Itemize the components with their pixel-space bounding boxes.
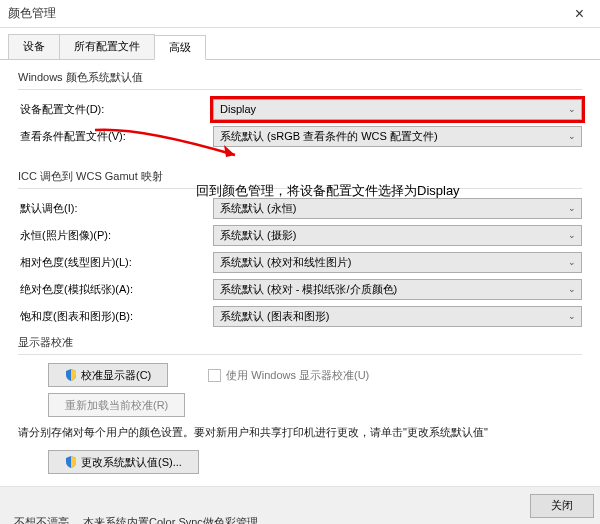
dropdown-absolute[interactable]: 系统默认 (校对 - 模拟纸张/介质颜色) ⌄: [213, 279, 582, 300]
use-calibration-label: 使用 Windows 显示器校准(U): [226, 368, 369, 383]
label-saturation: 饱和度(图表和图形)(B):: [18, 309, 213, 324]
close-button[interactable]: 关闭: [530, 494, 594, 518]
use-calibration-checkbox-row: 使用 Windows 显示器校准(U): [208, 368, 369, 383]
row-relative: 相对色度(线型图片)(L): 系统默认 (校对和线性图片) ⌄: [18, 251, 582, 273]
group-defaults: Windows 颜色系统默认值 设备配置文件(D): Display ⌄ 查看条…: [18, 70, 582, 147]
row-device-profile: 设备配置文件(D): Display ⌄: [18, 98, 582, 120]
use-calibration-checkbox[interactable]: [208, 369, 221, 382]
chevron-down-icon: ⌄: [568, 104, 576, 114]
chevron-down-icon: ⌄: [568, 203, 576, 213]
row-default-intent: 默认调色(I): 系统默认 (永恒) ⌄: [18, 197, 582, 219]
dropdown-saturation[interactable]: 系统默认 (图表和图形) ⌄: [213, 306, 582, 327]
tab-strip: 设备 所有配置文件 高级: [0, 30, 600, 60]
dropdown-device-profile[interactable]: Display ⌄: [213, 99, 582, 120]
dropdown-view-profile[interactable]: 系统默认 (sRGB 查看条件的 WCS 配置文件) ⌄: [213, 126, 582, 147]
label-relative: 相对色度(线型图片)(L):: [18, 255, 213, 270]
group-calibration: 显示器校准 校准显示器(C) 使用 Windows 显示器校准(U) 重新加载当…: [18, 335, 582, 417]
reload-calibration-button: 重新加载当前校准(R): [48, 393, 185, 417]
description-text: 请分别存储对每个用户的颜色设置。要对新用户和共享打印机进行更改，请单击"更改系统…: [18, 425, 582, 440]
dropdown-relative[interactable]: 系统默认 (校对和线性图片) ⌄: [213, 252, 582, 273]
dropdown-device-profile-value: Display: [220, 103, 256, 115]
tab-all-profiles[interactable]: 所有配置文件: [59, 34, 155, 59]
titlebar: 颜色管理 ×: [0, 0, 600, 28]
change-system-defaults-button[interactable]: 更改系统默认值(S)...: [48, 450, 199, 474]
tab-devices[interactable]: 设备: [8, 34, 60, 59]
chevron-down-icon: ⌄: [568, 284, 576, 294]
calibration-buttons: 校准显示器(C) 使用 Windows 显示器校准(U): [18, 363, 582, 387]
label-absolute: 绝对色度(模拟纸张)(A):: [18, 282, 213, 297]
close-icon[interactable]: ×: [567, 5, 592, 23]
group-calibration-title: 显示器校准: [18, 335, 582, 355]
group-defaults-title: Windows 颜色系统默认值: [18, 70, 582, 90]
chevron-down-icon: ⌄: [568, 311, 576, 321]
chevron-down-icon: ⌄: [568, 257, 576, 267]
chevron-down-icon: ⌄: [568, 230, 576, 240]
row-perceptual: 永恒(照片图像)(P): 系统默认 (摄影) ⌄: [18, 224, 582, 246]
label-default-intent: 默认调色(I):: [18, 201, 213, 216]
annotation-text: 回到颜色管理，将设备配置文件选择为Display: [196, 182, 460, 200]
shield-icon: [65, 369, 77, 381]
shield-icon: [65, 456, 77, 468]
chevron-down-icon: ⌄: [568, 131, 576, 141]
row-absolute: 绝对色度(模拟纸张)(A): 系统默认 (校对 - 模拟纸张/介质颜色) ⌄: [18, 278, 582, 300]
window-title: 颜色管理: [8, 5, 567, 22]
calibrate-button[interactable]: 校准显示器(C): [48, 363, 168, 387]
label-device-profile: 设备配置文件(D):: [18, 102, 213, 117]
tab-advanced[interactable]: 高级: [154, 35, 206, 60]
label-perceptual: 永恒(照片图像)(P):: [18, 228, 213, 243]
label-view-profile: 查看条件配置文件(V):: [18, 129, 213, 144]
row-view-profile: 查看条件配置文件(V): 系统默认 (sRGB 查看条件的 WCS 配置文件) …: [18, 125, 582, 147]
dropdown-perceptual[interactable]: 系统默认 (摄影) ⌄: [213, 225, 582, 246]
content-panel: Windows 颜色系统默认值 设备配置文件(D): Display ⌄ 查看条…: [0, 60, 600, 512]
row-saturation: 饱和度(图表和图形)(B): 系统默认 (图表和图形) ⌄: [18, 305, 582, 327]
reload-row: 重新加载当前校准(R): [18, 393, 582, 417]
dropdown-default-intent[interactable]: 系统默认 (永恒) ⌄: [213, 198, 582, 219]
cropped-bottom-text: 不想不漂亮。 本来系统内置Color Sync做色彩管理。: [14, 515, 590, 524]
dropdown-view-profile-value: 系统默认 (sRGB 查看条件的 WCS 配置文件): [220, 129, 438, 144]
